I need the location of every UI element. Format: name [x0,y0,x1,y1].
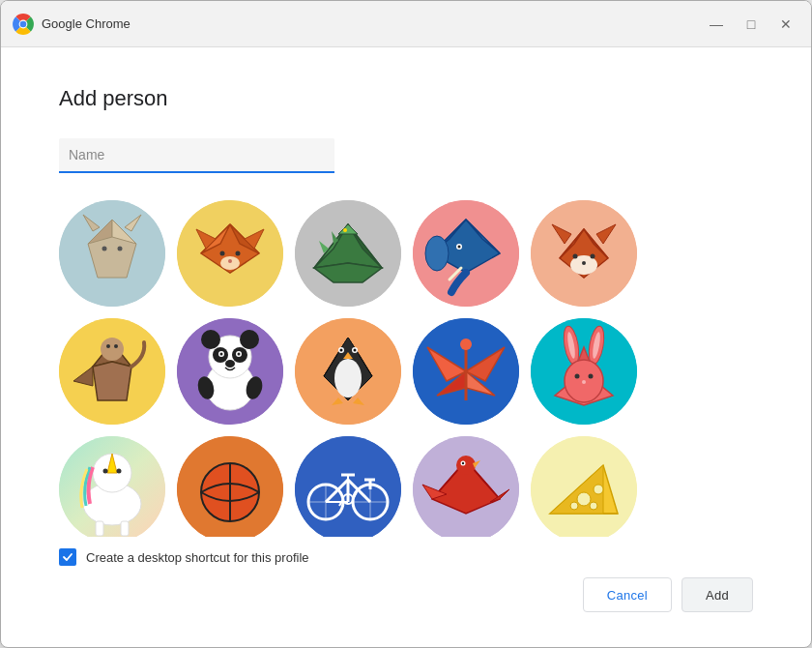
window-controls: — □ ✕ [703,11,799,38]
svg-point-142 [577,492,591,506]
svg-point-64 [238,353,241,356]
svg-marker-49 [93,362,131,400]
svg-point-87 [460,339,472,350]
svg-point-143 [594,485,603,494]
avatar-penguin[interactable] [295,318,401,425]
svg-point-53 [114,344,118,348]
button-row: Cancel Add [59,577,753,612]
svg-point-2 [20,20,27,27]
svg-point-9 [102,247,107,251]
svg-point-96 [575,374,580,379]
avatar-unicorn[interactable] [59,436,165,537]
name-input[interactable] [59,138,334,173]
checkbox-label: Create a desktop shortcut for this profi… [86,550,309,565]
checkbox-row: Create a desktop shortcut for this profi… [59,548,753,566]
svg-point-18 [236,251,241,256]
avatar-panda[interactable] [177,318,283,425]
svg-rect-106 [121,521,129,536]
svg-point-145 [590,502,597,510]
svg-point-135 [456,456,476,475]
add-button[interactable]: Add [682,577,753,612]
avatar-rabbit[interactable] [531,318,637,425]
maximize-button[interactable]: □ [738,11,765,38]
content-area: Add person [1,47,811,647]
avatar-bicycle[interactable] [295,436,401,537]
avatar-fox[interactable] [531,200,637,307]
title-bar: Google Chrome — □ ✕ [1,1,811,47]
avatar-bird[interactable] [413,436,519,537]
desktop-shortcut-checkbox[interactable] [59,548,76,566]
svg-point-17 [220,251,225,256]
svg-point-77 [340,349,343,352]
svg-point-58 [240,330,259,349]
svg-point-78 [354,349,357,352]
avatar-dragon[interactable] [295,200,401,307]
svg-point-72 [334,359,362,398]
svg-point-45 [591,254,595,259]
svg-rect-105 [96,521,103,536]
svg-point-52 [106,344,110,348]
svg-point-20 [228,259,232,263]
window-title: Google Chrome [42,16,703,31]
svg-point-65 [225,360,235,368]
svg-point-44 [573,254,578,259]
bottom-controls: Create a desktop shortcut for this profi… [59,537,753,628]
avatar-cheese[interactable] [531,436,637,537]
avatar-cat[interactable] [59,200,165,307]
svg-point-103 [103,469,108,474]
svg-point-27 [343,228,347,232]
svg-point-137 [462,462,464,464]
svg-point-34 [425,236,449,271]
avatar-monk[interactable] [59,318,165,425]
avatar-butterfly[interactable] [413,318,519,425]
svg-point-51 [101,338,124,361]
svg-point-63 [220,353,223,356]
svg-point-46 [582,261,586,265]
svg-point-97 [589,374,594,379]
svg-point-98 [582,380,586,384]
close-button[interactable]: ✕ [772,11,799,38]
avatars-grid [59,196,749,537]
minimize-button[interactable]: — [703,11,730,38]
avatar-dog[interactable] [177,200,283,307]
cancel-button[interactable]: Cancel [583,577,672,612]
avatar-elephant[interactable] [413,200,519,307]
svg-point-104 [117,469,122,474]
chrome-logo-icon [13,14,34,35]
page-heading: Add person [59,86,753,111]
avatars-scroll[interactable] [59,196,753,537]
svg-point-57 [201,330,220,349]
svg-point-36 [458,246,461,249]
avatar-basketball[interactable] [177,436,283,537]
svg-point-144 [570,502,578,510]
main-window: Google Chrome — □ ✕ Add person [0,0,812,648]
avatars-area [59,196,753,537]
svg-point-10 [118,247,123,251]
